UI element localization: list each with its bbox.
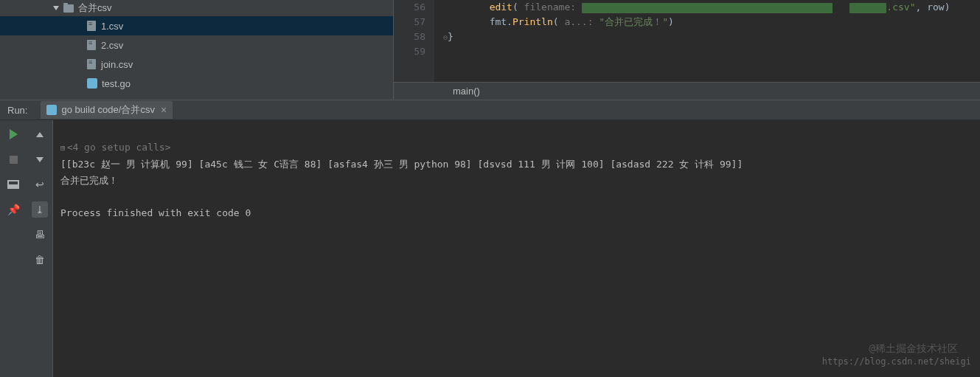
print-icon: 🖶 — [35, 229, 45, 241]
file-label: join.csv — [101, 59, 133, 70]
gutter: 56 57 58 59 — [394, 0, 434, 82]
stop-button[interactable] — [5, 151, 21, 167]
scroll-end-icon: ⤓ — [35, 204, 44, 215]
folder-label: 合并csv — [78, 1, 112, 15]
pin-button[interactable]: 📌 — [5, 201, 21, 218]
wrap-icon: ↩ — [35, 179, 44, 190]
arrow-up-icon — [36, 132, 44, 137]
down-button[interactable] — [32, 151, 48, 167]
code-tail: ) — [668, 16, 674, 27]
chevron-down-icon[interactable] — [53, 6, 59, 10]
run-config-tab[interactable]: go build code/合并csv × — [41, 101, 173, 119]
redacted-string — [582, 3, 833, 13]
setup-calls: <4 go setup calls> — [67, 142, 171, 153]
file-label: 1.csv — [101, 21, 123, 32]
code-method: Println — [512, 16, 553, 27]
line-number: 58 — [394, 30, 425, 44]
play-icon — [10, 129, 18, 139]
breadcrumb[interactable]: main() — [394, 82, 980, 100]
line-number: 56 — [394, 0, 425, 15]
code-func: edit — [490, 1, 512, 13]
file-label: test.go — [102, 78, 131, 89]
up-button[interactable] — [32, 126, 48, 142]
console-output[interactable]: ⊞<4 go setup calls> [[b23c 赵一 男 计算机 99] … — [53, 120, 980, 377]
run-tab-label: go build code/合并csv — [61, 103, 154, 117]
folder-icon — [63, 4, 74, 13]
watermark: https://blog.csdn.net/sheigi — [822, 353, 971, 370]
run-left-toolbar: 📌 — [0, 120, 27, 377]
string-literal: .csv" — [886, 1, 915, 13]
tree-file-testgo[interactable]: test.go — [0, 74, 393, 93]
clear-button[interactable]: 🗑 — [32, 252, 48, 268]
run-side-toolbar: ↩ ⤓ 🖶 🗑 — [27, 120, 53, 377]
console-line: [[b23c 赵一 男 计算机 99] [a45c 钱二 女 C语言 88] [… — [60, 159, 743, 170]
tree-file-2csv[interactable]: 2.csv — [0, 35, 393, 55]
code-tail: , row) — [916, 1, 951, 13]
run-label: Run: — [7, 105, 27, 116]
code-content[interactable]: edit( filename: .csv", row) fmt.Println(… — [434, 0, 980, 82]
close-icon[interactable]: × — [161, 104, 167, 116]
print-button[interactable]: 🖶 — [32, 226, 48, 243]
line-number: 59 — [394, 44, 425, 59]
code-pkg: fmt — [490, 16, 507, 27]
string-literal: "合并已完成！" — [599, 16, 668, 27]
param-hint: a...: — [564, 16, 593, 27]
file-icon — [87, 40, 96, 50]
param-hint: filename: — [524, 1, 576, 13]
layout-button[interactable] — [5, 176, 21, 193]
code-brace: } — [448, 31, 453, 42]
file-icon — [87, 21, 96, 31]
go-file-icon — [87, 78, 97, 89]
soft-wrap-button[interactable]: ↩ — [32, 176, 48, 193]
rerun-button[interactable] — [5, 126, 21, 142]
go-icon — [46, 105, 57, 115]
file-icon — [87, 59, 96, 69]
breadcrumb-item: main() — [453, 86, 480, 97]
run-toolbar: Run: go build code/合并csv × — [0, 100, 980, 120]
layout-icon — [7, 180, 19, 189]
arrow-down-icon — [36, 157, 44, 162]
fold-marker-icon[interactable]: ⊞ — [60, 143, 66, 153]
project-tree: 合并csv 1.csv 2.csv join.csv test.go — [0, 0, 394, 100]
pin-icon: 📌 — [7, 204, 20, 215]
trash-icon: 🗑 — [35, 254, 45, 266]
scroll-to-end-button[interactable]: ⤓ — [32, 201, 48, 218]
file-label: 2.csv — [101, 40, 123, 51]
stop-icon — [10, 156, 18, 164]
tree-folder[interactable]: 合并csv — [0, 0, 393, 16]
editor: 56 57 58 59 edit( filename: .csv", row) … — [394, 0, 980, 100]
console-line: 合并已完成！ — [60, 175, 118, 186]
tree-file-joincsv[interactable]: join.csv — [0, 55, 393, 74]
line-number: 57 — [394, 15, 425, 30]
tree-file-1csv[interactable]: 1.csv — [0, 16, 393, 35]
console-line: Process finished with exit code 0 — [60, 207, 251, 218]
redacted-string — [849, 3, 886, 13]
